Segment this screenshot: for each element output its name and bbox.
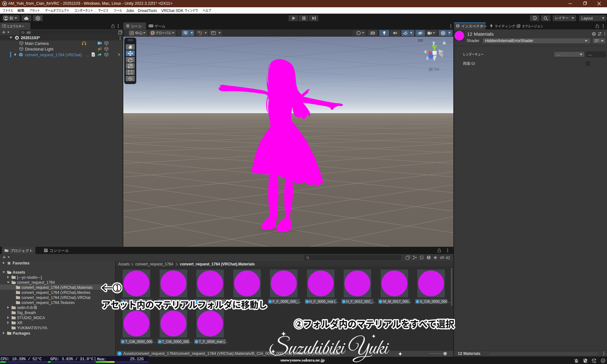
svg-text:z: z <box>426 55 428 60</box>
svg-text:?: ? <box>593 33 595 36</box>
svg-text:x: x <box>424 49 427 54</box>
svg-text:y: y <box>432 40 435 45</box>
